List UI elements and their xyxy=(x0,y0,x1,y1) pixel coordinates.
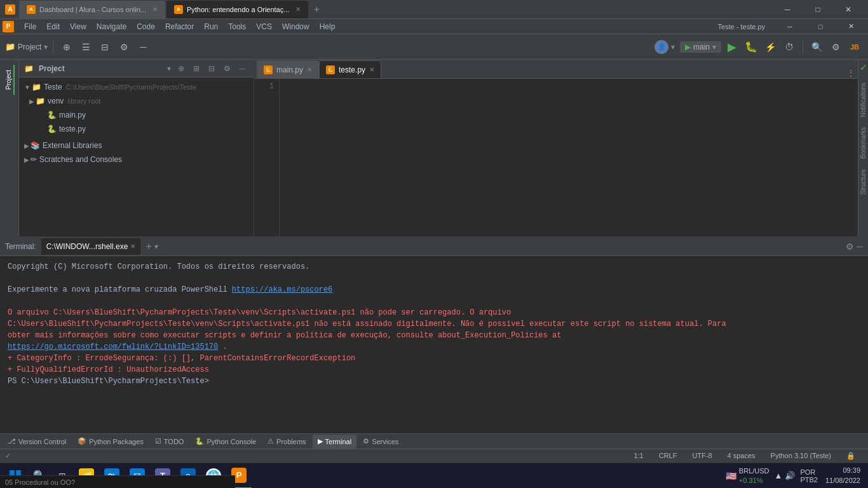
project-hide-btn[interactable]: ─ xyxy=(236,62,248,75)
scratch-new-button[interactable]: ⊕ xyxy=(58,39,75,55)
toolbar-separator-2 xyxy=(803,41,803,53)
line-numbers: 1 xyxy=(254,79,280,236)
project-dropdown-icon[interactable]: ▾ xyxy=(44,43,48,51)
profile-dropdown-icon[interactable]: ▾ xyxy=(671,43,675,51)
menu-file[interactable]: File xyxy=(19,21,41,32)
footer-tab-services[interactable]: ⚙ Services xyxy=(358,435,403,449)
tab-close-2[interactable]: ✕ xyxy=(295,6,301,13)
tree-item-main-py[interactable]: 🐍 main.py xyxy=(19,108,254,122)
notification-check-icon[interactable]: ✓ xyxy=(860,62,867,72)
menu-navigate[interactable]: Navigate xyxy=(92,21,132,32)
maximize-button[interactable]: □ xyxy=(803,0,832,19)
term-link-fwlink[interactable]: https://go.microsoft.com/fwlink/?LinkID=… xyxy=(8,342,218,351)
footer-tab-label-terminal: Terminal xyxy=(325,438,352,445)
structure-view-button[interactable]: ☰ xyxy=(78,39,94,55)
status-crlf[interactable]: CRLF xyxy=(659,452,677,460)
footer-tab-problems[interactable]: ⚠ Problems xyxy=(262,435,311,449)
editor-tab-close-main[interactable]: ✕ xyxy=(307,66,312,73)
project-settings-btn[interactable]: ⚙ xyxy=(220,62,233,75)
menu-minimize-button[interactable]: ─ xyxy=(775,19,804,34)
menu-help[interactable]: Help xyxy=(315,21,341,32)
project-tab[interactable]: Project xyxy=(4,65,15,95)
settings-dropdown-button[interactable]: ⚙ xyxy=(116,39,132,55)
editor-tabs-right: ⋮ xyxy=(846,68,858,78)
speaker-icon: 🔊 xyxy=(785,471,795,480)
status-right: 1:1 CRLF UTF-8 4 spaces Python 3.10 (Tes… xyxy=(634,452,863,460)
term-link-pscore[interactable]: https://aka.ms/pscore6 xyxy=(232,285,332,294)
footer-tab-python-console[interactable]: 🐍 Python Console xyxy=(190,435,261,449)
browser-tab-2[interactable]: A Python: entendendo a Orientaç... ✕ xyxy=(166,1,308,18)
terminal-hide-button[interactable]: ─ xyxy=(857,241,863,252)
status-encoding[interactable]: UTF-8 xyxy=(692,452,712,460)
project-dropdown-arrow[interactable]: ▾ xyxy=(167,64,171,73)
coverage-button[interactable]: ⚡ xyxy=(762,39,778,55)
hide-panel-button[interactable]: ─ xyxy=(135,39,151,55)
structure-label[interactable]: Structure xyxy=(858,164,868,200)
close-button[interactable]: ✕ xyxy=(834,0,863,19)
menu-close-button[interactable]: ✕ xyxy=(836,19,865,34)
bookmarks-label[interactable]: Bookmarks xyxy=(858,122,868,164)
editor-tab-main-py[interactable]: 🐍 main.py ✕ xyxy=(257,60,319,78)
debug-button[interactable]: 🐛 xyxy=(743,39,759,55)
editor-content[interactable]: 1 xyxy=(254,79,858,236)
terminal-dropdown-button[interactable]: ▾ xyxy=(154,242,158,251)
terminal-tab-item[interactable]: C:\WINDOW...rshell.exe ✕ xyxy=(41,238,141,255)
status-position[interactable]: 1:1 xyxy=(634,452,643,460)
tab-close-1[interactable]: ✕ xyxy=(153,6,158,13)
tree-item-venv[interactable]: ▶ 📁 venv library root xyxy=(19,94,254,108)
terminal-add-button[interactable]: + xyxy=(146,241,151,252)
project-collapse-btn[interactable]: ⊟ xyxy=(205,62,218,75)
new-tab-button[interactable]: + xyxy=(309,3,323,17)
profile-run-button[interactable]: ⏱ xyxy=(781,39,797,55)
terminal-settings-button[interactable]: ⚙ xyxy=(846,241,854,252)
user-avatar[interactable]: 👤 xyxy=(654,40,668,54)
folder-icon-venv: 📁 xyxy=(36,97,45,105)
editor-tab-teste-py[interactable]: 🐍 teste.py ✕ xyxy=(319,60,381,78)
footer-tab-version-control[interactable]: ⎇ Version Control xyxy=(3,435,71,449)
project-expand-btn[interactable]: ⊞ xyxy=(190,62,203,75)
status-python-version[interactable]: Python 3.10 (Teste) xyxy=(771,452,831,460)
footer-tab-label-vc: Version Control xyxy=(18,438,66,445)
tree-item-teste[interactable]: ▼ 📁 Teste C:\Users\BlueShift\PycharmProj… xyxy=(19,80,254,94)
tree-item-external-libs[interactable]: ▶ 📚 External Libraries xyxy=(19,139,254,152)
terminal-tab-close[interactable]: ✕ xyxy=(130,243,135,250)
settings-gear-button[interactable]: ⚙ xyxy=(827,39,844,55)
editor-tabs: 🐍 main.py ✕ 🐍 teste.py ✕ ⋮ xyxy=(254,60,858,79)
run-button[interactable]: ▶ xyxy=(724,39,740,55)
expand-arrow-scratch: ▶ xyxy=(24,156,29,163)
minimize-button[interactable]: ─ xyxy=(773,0,802,19)
menu-edit[interactable]: Edit xyxy=(41,21,65,32)
menu-run[interactable]: Run xyxy=(199,21,223,32)
tree-item-teste-py[interactable]: 🐍 teste.py xyxy=(19,122,254,136)
code-area[interactable] xyxy=(280,79,858,236)
footer-tab-python-packages[interactable]: 📦 Python Packages xyxy=(72,435,149,449)
menu-tools[interactable]: Tools xyxy=(223,21,251,32)
notifications-label[interactable]: Notifications xyxy=(858,78,868,122)
menu-refactor[interactable]: Refactor xyxy=(160,21,199,32)
tree-path-teste: C:\Users\BlueShift\PycharmProjects\Teste xyxy=(66,83,196,91)
terminal-tabs-right: ⚙ ─ xyxy=(846,241,863,252)
search-everywhere-button[interactable]: 🔍 xyxy=(808,39,825,55)
menu-vcs[interactable]: VCS xyxy=(251,21,277,32)
menu-view[interactable]: View xyxy=(65,21,92,32)
editor-tab-menu-button[interactable]: ⋮ xyxy=(846,68,855,78)
sys-tray-area[interactable]: 🇺🇸 BRL/USD +0.31% xyxy=(723,466,772,485)
terminal-content[interactable]: Copyright (C) Microsoft Corporation. Tod… xyxy=(0,256,868,433)
tree-item-scratches[interactable]: ▶ ✏ Scratches and Consoles xyxy=(19,152,254,166)
browser-tab-1[interactable]: A Dashboard | Alura - Cursos onlin... ✕ xyxy=(19,1,165,18)
collapse-all-button[interactable]: ⊟ xyxy=(97,39,113,55)
project-new-btn[interactable]: ⊕ xyxy=(175,62,187,75)
editor-tab-close-teste[interactable]: ✕ xyxy=(369,66,374,73)
menu-maximize-button[interactable]: □ xyxy=(806,19,835,34)
status-indent[interactable]: 4 spaces xyxy=(728,452,756,460)
menu-window[interactable]: Window xyxy=(277,21,315,32)
term-line-4 xyxy=(8,295,860,307)
problems-icon: ⚠ xyxy=(268,437,274,445)
win-logo-tl xyxy=(10,470,15,475)
footer-tab-terminal[interactable]: ▶ Terminal xyxy=(313,435,357,449)
footer-tab-todo[interactable]: ☑ TODO xyxy=(150,435,189,449)
menu-code[interactable]: Code xyxy=(132,21,160,32)
jb-logo-button[interactable]: JB xyxy=(846,39,863,55)
run-config-selector[interactable]: ▶ main ▾ xyxy=(680,41,721,53)
taskbar-clock[interactable]: 09:39 11/08/2022 xyxy=(820,466,865,485)
